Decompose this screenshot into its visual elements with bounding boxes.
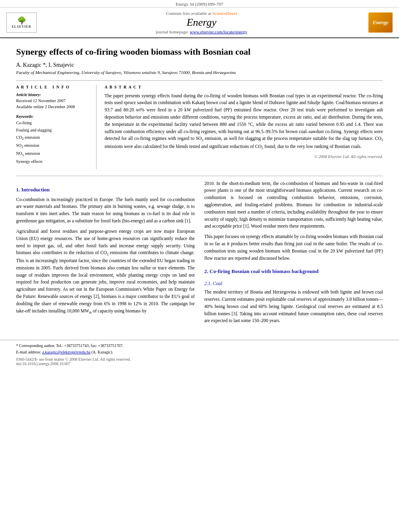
citation-text: Energy 34 (2009) 699–707 [176,2,224,6]
right-body-column: 2010. In the short-to-medium term, the c… [204,180,383,328]
received-date: Received 12 November 2007 [16,98,90,104]
affiliation: Faculty of Mechanical Engineering, Unive… [16,70,383,75]
copyright-line: © 2008 Elsevier Ltd. All rights reserved… [105,154,383,159]
right-para-2: This paper focuses on synergy effects at… [204,233,383,262]
abstract-column: A B S T R A C T The paper presents syner… [105,85,383,169]
keyword-3: CO2 emission [16,134,90,142]
keywords-section: Keywords: Co-firing Fouling and slagging… [16,114,90,165]
keyword-5: NOx emission [16,150,90,158]
sciencedirect-line: Contents lists available at ScienceDirec… [39,11,364,16]
journal-title: Energy [39,16,364,29]
article-info-label: A R T I C L E I N F O [16,85,90,89]
section-divider [16,176,383,176]
intro-para-2: Agricultural and forest residues and pur… [16,228,195,316]
info-abstract-section: A R T I C L E I N F O Article history: R… [16,80,383,169]
body-columns: 1. Introduction Co-combustion is increas… [16,180,383,328]
available-date: Available online 2 December 2008 [16,104,90,110]
email-note: E-mail address: a.kazagic@elektroprivred… [16,349,383,355]
left-body-column: 1. Introduction Co-combustion is increas… [16,180,195,328]
keyword-1: Co-firing [16,119,90,127]
sciencedirect-link[interactable]: ScienceDirect [212,11,237,16]
history-section: Article history: Received 12 November 20… [16,92,90,111]
citation-bar: Energy 34 (2009) 699–707 [0,0,399,8]
journal-center: Contents lists available at ScienceDirec… [39,11,364,34]
issn-note: 0360-5442/$- see front matter © 2008 Els… [16,357,383,362]
authors: A. Kazagic *, I. Smajevic [16,62,383,68]
footer: * Corresponding author. Tel.: +387337517… [0,340,399,368]
author-names: A. Kazagic *, I. Smajevic [16,62,74,68]
history-label: Article history: [16,92,90,97]
abstract-label: A B S T R A C T [105,85,383,89]
homepage-line: journal homepage: www.elsevier.com/locat… [39,29,364,34]
keyword-6: Synergy effects [16,158,90,165]
email-link[interactable]: a.kazagic@elektroprivreda.ba [42,350,90,354]
main-content: Synergy effects of co-firing wooden biom… [0,38,399,336]
elsevier-tree-icon: 🌳 [17,17,26,24]
article-title: Synergy effects of co-firing wooden biom… [16,46,383,58]
journal-header: 🌳 ELSEVIER Contents lists available at S… [0,8,399,38]
keywords-label: Keywords: [16,114,90,119]
intro-para-1: Co-combustion is increasingly practiced … [16,196,195,225]
energy-logo-box: Energy [368,12,393,33]
section2-heading: 2. Co-firing Bosnian coal with biomass b… [204,267,383,275]
footer-notes: * Corresponding author. Tel.: +387337517… [16,343,383,355]
elsevier-brand-text: ELSEVIER [12,25,31,29]
article-info-column: A R T I C L E I N F O Article history: R… [16,85,97,169]
doi-note: doi:10.1016/j.energy.2008.10.007 [16,362,383,366]
homepage-link[interactable]: www.elsevier.com/locate/energy [190,29,247,34]
elsevier-logo: 🌳 ELSEVIER [6,12,39,33]
right-para-1: 2010. In the short-to-medium term, the c… [204,180,383,230]
abstract-text: The paper presents synergy effects found… [105,92,383,151]
keyword-2: Fouling and slagging [16,127,90,134]
section1-heading: 1. Introduction [16,186,195,194]
footer-bottom: 0360-5442/$- see front matter © 2008 Els… [16,357,383,366]
section2-1-heading: 2.1. Coal [204,280,383,288]
energy-logo: Energy [364,12,393,33]
coal-para-1: The modest territory of Bosnia and Herze… [204,289,383,325]
keyword-4: SO2 emission [16,142,90,150]
corresponding-note: * Corresponding author. Tel.: +387337517… [16,343,383,349]
